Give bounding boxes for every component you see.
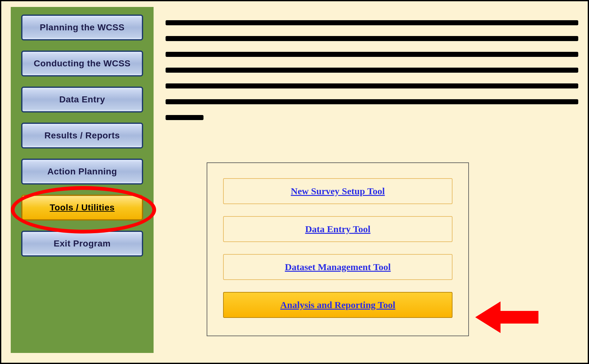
redacted-line [166,68,578,73]
content-area [166,20,578,133]
tool-dataset-management[interactable]: Dataset Management Tool [223,254,452,280]
annotation-arrow [475,298,538,336]
nav-conducting-wcss[interactable]: Conducting the WCSS [21,51,143,76]
app-frame: Planning the WCSS Conducting the WCSS Da… [0,0,589,364]
svg-marker-0 [475,301,538,333]
redacted-line [166,20,578,25]
nav-action-planning[interactable]: Action Planning [21,159,143,185]
redacted-line [166,99,578,104]
tool-data-entry[interactable]: Data Entry Tool [223,216,452,242]
tool-analysis-reporting[interactable]: Analysis and Reporting Tool [223,292,452,318]
redacted-text-block [166,20,578,120]
redacted-line [166,115,203,120]
nav-tools-utilities[interactable]: Tools / Utilities [21,195,143,221]
redacted-line [166,36,578,41]
nav-results-reports[interactable]: Results / Reports [21,123,143,149]
nav-exit-program[interactable]: Exit Program [21,231,143,257]
nav-data-entry[interactable]: Data Entry [21,87,143,112]
tool-new-survey-setup[interactable]: New Survey Setup Tool [223,178,452,204]
sidebar-nav: Planning the WCSS Conducting the WCSS Da… [11,7,154,353]
redacted-line [166,52,578,57]
nav-planning-wcss[interactable]: Planning the WCSS [21,15,143,40]
redacted-line [166,83,578,88]
tools-panel: New Survey Setup Tool Data Entry Tool Da… [207,162,469,336]
